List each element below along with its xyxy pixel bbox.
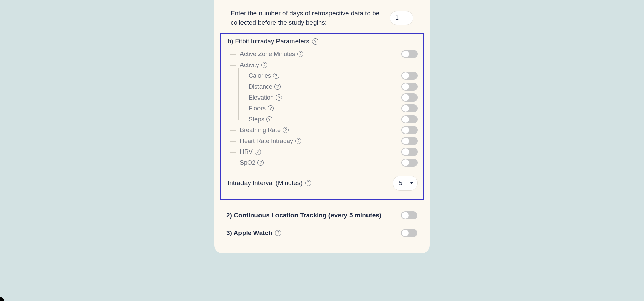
help-icon[interactable]: ? [312, 38, 318, 45]
toggle-spo2[interactable] [401, 159, 418, 167]
param-label: Distance [249, 83, 272, 90]
param-label: Floors [249, 105, 266, 112]
help-icon[interactable]: ? [305, 180, 311, 186]
param-distance: Distance ? [238, 81, 418, 92]
fitbit-intraday-title: b) Fitbit Intraday Parameters [228, 38, 309, 45]
param-label: Calories [249, 72, 271, 79]
chevron-down-icon [410, 182, 413, 184]
toggle-floors[interactable] [401, 104, 418, 112]
activity-subtree: Calories ? Distance ? El [238, 70, 418, 125]
section-label: 2) Continuous Location Tracking (every 5… [226, 212, 381, 219]
toggle-elevation[interactable] [401, 93, 418, 102]
tree-branch-icon [238, 101, 245, 109]
fitbit-intraday-title-row: b) Fitbit Intraday Parameters ? [228, 38, 418, 45]
help-icon[interactable]: ? [283, 127, 289, 133]
param-elevation: Elevation ? [238, 92, 418, 103]
tree-branch-icon [230, 57, 236, 66]
tree-branch-icon [230, 47, 236, 55]
param-label: Steps [249, 116, 264, 123]
tree-branch-icon [230, 134, 236, 142]
tree-branch-icon [238, 112, 245, 120]
intraday-interval-label: Intraday Interval (Minutes) [228, 179, 303, 187]
help-icon[interactable]: ? [261, 62, 267, 68]
settings-panel: Enter the number of days of retrospectiv… [214, 0, 430, 253]
fitbit-intraday-box: b) Fitbit Intraday Parameters ? Active Z… [220, 33, 424, 200]
param-label: Elevation [249, 94, 274, 101]
help-icon[interactable]: ? [274, 84, 281, 90]
intraday-interval-select[interactable]: 5 [393, 176, 418, 191]
param-floors: Floors ? [238, 103, 418, 114]
param-breathing-rate: Breathing Rate ? [230, 125, 418, 136]
help-icon[interactable]: ? [273, 73, 279, 79]
tree-branch-icon [238, 90, 245, 98]
param-label: Active Zone Minutes [240, 51, 295, 58]
tree-branch-icon [238, 79, 245, 87]
section-apple-watch: 3) Apple Watch ? [220, 224, 424, 242]
param-label: Breathing Rate [240, 127, 281, 134]
param-label: SpO2 [240, 159, 255, 166]
toggle-active-zone-minutes[interactable] [401, 50, 418, 58]
retrospective-days-label: Enter the number of days of retrospectiv… [231, 8, 390, 27]
help-icon[interactable]: ? [257, 160, 264, 166]
help-icon[interactable]: ? [295, 138, 301, 144]
toggle-heart-rate-intraday[interactable] [401, 137, 418, 145]
param-spo2: SpO2 ? [230, 157, 418, 168]
corner-artifact [0, 297, 4, 301]
tree-branch-icon [230, 123, 236, 131]
help-icon[interactable]: ? [268, 105, 274, 111]
param-calories: Calories ? [238, 70, 418, 81]
toggle-breathing-rate[interactable] [401, 126, 418, 134]
toggle-steps[interactable] [401, 115, 418, 123]
section-label: 3) Apple Watch [226, 229, 272, 237]
param-steps: Steps ? [238, 114, 418, 125]
fitbit-tree: Active Zone Minutes ? Activity ? Calorie… [230, 49, 418, 168]
retrospective-days-input[interactable] [390, 11, 413, 25]
help-icon[interactable]: ? [255, 149, 261, 155]
help-icon[interactable]: ? [276, 94, 282, 101]
toggle-distance[interactable] [401, 83, 418, 91]
param-hrv: HRV ? [230, 146, 418, 157]
toggle-continuous-location[interactable] [401, 211, 417, 219]
intraday-interval-row: Intraday Interval (Minutes) ? 5 [228, 176, 418, 191]
toggle-hrv[interactable] [401, 148, 418, 156]
tree-branch-icon [230, 144, 236, 153]
toggle-calories[interactable] [401, 72, 418, 80]
help-icon[interactable]: ? [297, 51, 303, 57]
toggle-apple-watch[interactable] [401, 229, 417, 237]
param-label: Heart Rate Intraday [240, 138, 293, 145]
section-continuous-location: 2) Continuous Location Tracking (every 5… [220, 207, 424, 224]
param-activity: Activity ? [230, 59, 418, 70]
tree-branch-icon [230, 155, 236, 163]
tree-branch-icon [238, 68, 245, 76]
help-icon[interactable]: ? [275, 230, 281, 236]
help-icon[interactable]: ? [266, 116, 272, 122]
param-label: Activity [240, 61, 259, 69]
param-heart-rate-intraday: Heart Rate Intraday ? [230, 136, 418, 146]
param-label: HRV [240, 148, 253, 156]
intraday-interval-value: 5 [399, 180, 402, 187]
param-active-zone-minutes: Active Zone Minutes ? [230, 49, 418, 59]
retrospective-days-row: Enter the number of days of retrospectiv… [220, 8, 424, 27]
